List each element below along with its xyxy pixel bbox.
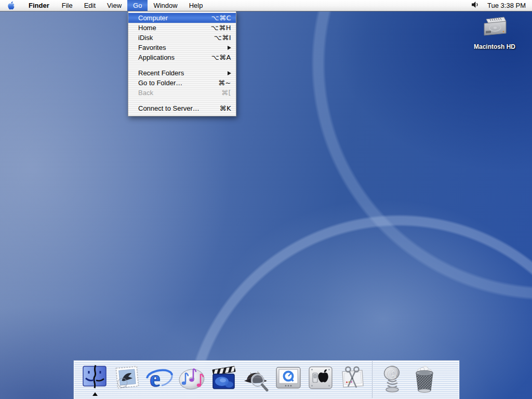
menu-title-view[interactable]: View [101,0,127,11]
itunes-icon [178,365,205,391]
quicktime-player-icon [275,365,302,391]
menu-bar-clock[interactable]: Tue 3:38 PM [487,2,526,9]
menu-item-recent-folders[interactable]: Recent Folders [128,68,236,78]
hard-drive-icon [481,15,509,39]
menu-item-label: Back [138,89,153,97]
desktop-wallpaper[interactable] [0,0,532,399]
dock-item-at-spring[interactable]: @ [376,364,408,397]
screen: Finder File Edit View Go Window Help Tue… [0,0,532,399]
menu-item-shortcut: ⌘[ [221,89,231,97]
apple-logo-icon [7,1,15,10]
menu-title-finder[interactable]: Finder [22,0,56,11]
dock-item-grab[interactable] [337,364,369,397]
dock-item-trash[interactable] [408,364,441,397]
menu-item-label: Favorites [138,44,166,51]
menu-separator [128,62,236,68]
menu-title-edit[interactable]: Edit [78,0,101,11]
menu-item-label: Recent Folders [138,69,184,77]
menu-item-applications[interactable]: Applications ⌥⌘A [128,52,236,62]
menu-item-shortcut: ⌘K [219,104,231,112]
system-preferences-icon [308,365,334,391]
menu-item-back: Back ⌘[ [128,88,236,98]
submenu-arrow-icon [228,46,231,50]
grab-icon [339,365,366,392]
menu-item-label: Go to Folder… [138,79,182,87]
menu-title-go[interactable]: Go [127,0,148,11]
dock-item-internet-explorer[interactable]: e [143,364,176,397]
menu-item-label: Computer [138,14,168,22]
menu-item-label: Applications [138,54,175,61]
menu-item-favorites[interactable]: Favorites [128,43,236,52]
menu-item-computer[interactable]: Computer ⌥⌘C [128,13,236,23]
dock-item-imovie[interactable] [208,364,240,397]
menu-item-shortcut: ⌥⌘A [211,54,231,61]
finder-icon [82,365,108,389]
menu-title-window[interactable]: Window [148,0,183,11]
menu-separator [128,98,236,103]
running-indicator [92,392,98,396]
dock-item-mail[interactable] [111,364,143,397]
menu-bar-status: Tue 3:38 PM [471,0,532,11]
desktop-icon-label: Macintosh HD [469,43,520,50]
go-menu-dropdown: Computer ⌥⌘C Home ⌥⌘H iDisk ⌥⌘I Favorite… [128,11,236,116]
dock-item-system-preferences[interactable] [304,364,337,397]
dock: e [74,361,459,399]
desktop-icon-macintosh-hd[interactable]: Macintosh HD [469,15,520,50]
menu-item-connect-to-server[interactable]: Connect to Server… ⌘K [128,103,236,113]
dock-item-quicktime-player[interactable] [272,364,304,397]
dock-divider [372,361,373,398]
dock-item-finder[interactable] [79,364,111,397]
svg-text:e: e [150,365,160,391]
menu-item-shortcut: ⌥⌘H [211,24,231,32]
sherlock-icon [242,365,270,392]
dock-item-itunes[interactable] [176,364,208,397]
menu-item-label: Home [138,24,156,32]
menu-item-idisk[interactable]: iDisk ⌥⌘I [128,33,236,43]
imovie-icon [210,365,237,391]
menu-item-shortcut: ⌘~ [218,79,231,87]
volume-icon[interactable] [471,1,479,10]
menu-bar: Finder File Edit View Go Window Help Tue… [0,0,532,11]
menu-item-label: iDisk [138,34,153,42]
menu-item-home[interactable]: Home ⌥⌘H [128,23,236,33]
submenu-arrow-icon [228,71,231,75]
menu-item-label: Connect to Server… [138,104,200,112]
dock-item-sherlock[interactable] [240,364,272,397]
menu-title-help[interactable]: Help [183,0,209,11]
apple-menu[interactable] [0,0,22,11]
menu-title-file[interactable]: File [56,0,78,11]
menu-item-shortcut: ⌥⌘C [211,14,231,22]
trash-full-icon [411,365,438,393]
mail-icon [114,365,140,391]
menu-item-go-to-folder[interactable]: Go to Folder… ⌘~ [128,78,236,88]
menu-item-shortcut: ⌥⌘I [214,34,231,42]
at-spring-icon: @ [379,365,405,393]
internet-explorer-icon: e [146,365,173,391]
